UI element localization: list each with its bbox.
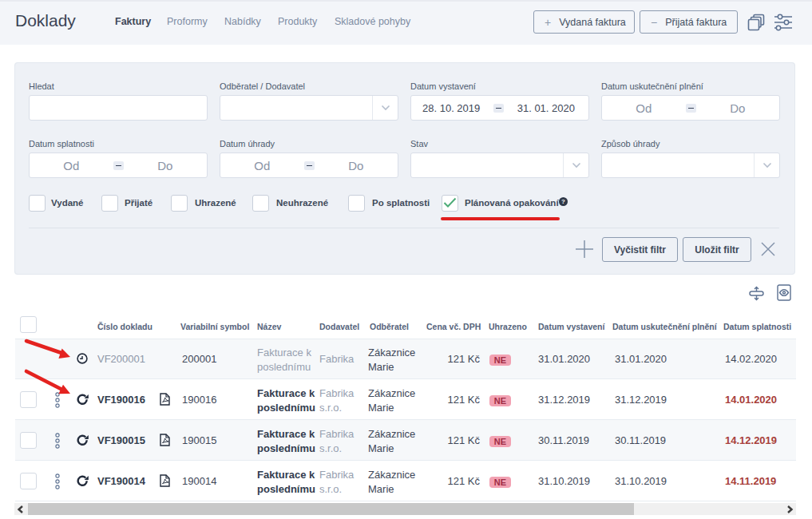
svg-text:?: ? bbox=[561, 198, 565, 205]
